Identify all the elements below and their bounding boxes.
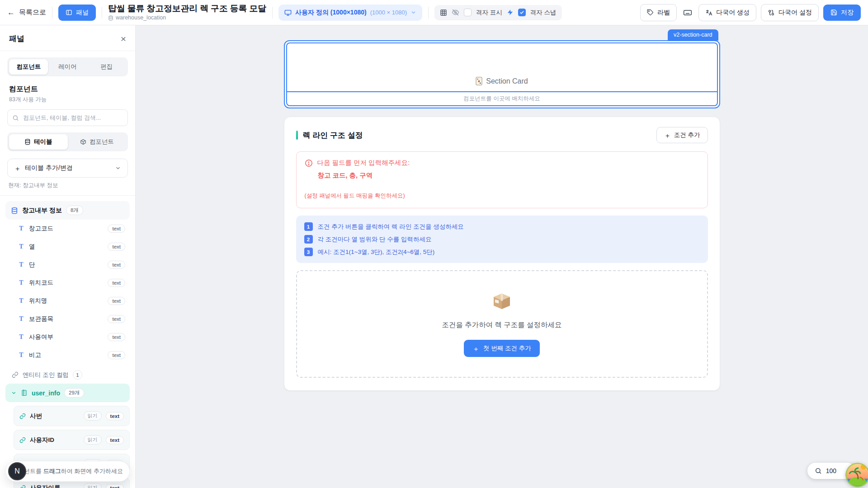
field-type-badge: text (108, 351, 125, 359)
divider (428, 7, 429, 19)
tab-components[interactable]: 컴포넌트 (9, 59, 48, 75)
i18n-settings-button[interactable]: 다국어 설정 (761, 4, 819, 21)
dropzone-hint: 컴포넌트를 이곳에 배치하세요 (463, 95, 540, 102)
grid-show-checkbox[interactable] (464, 9, 472, 16)
empty-conditions-dropzone: 조건을 추가하여 렉 구조를 설정하세요 ＋ 첫 번째 조건 추가 (296, 270, 708, 378)
table-group-name: 창고내부 정보 (22, 206, 62, 215)
toolbar-right: 라벨 다국어 생성 다국어 설정 저장 (640, 4, 861, 21)
field-item[interactable]: T 단 text (5, 256, 130, 274)
step-text: 예시: 조건1(1~3열, 3단), 조건2(4~6열, 5단) (318, 248, 435, 256)
eye-off-icon[interactable] (452, 9, 459, 16)
tab-component-library[interactable]: 컴포넌트 (68, 134, 127, 150)
database-icon (108, 15, 113, 21)
instruction-steps: 1 조건 추가 버튼을 클릭하여 렉 라인 조건을 생성하세요 2 각 조건마다… (296, 216, 708, 263)
empty-state-message: 조건을 추가하여 렉 구조를 설정하세요 (442, 320, 561, 330)
text-type-icon: T (18, 315, 24, 323)
field-item[interactable]: T 사용여부 text (5, 328, 130, 346)
panel-button-label: 패널 (76, 9, 89, 17)
text-type-icon: T (18, 279, 24, 286)
search-input[interactable] (7, 109, 128, 126)
viewport-label: 사용자 정의 (1000×1080) (295, 9, 367, 17)
field-label: 사용여부 (29, 333, 53, 341)
first-condition-button[interactable]: ＋ 첫 번째 조건 추가 (464, 340, 540, 357)
section-card-component[interactable]: Section Card 컴포넌트를 이곳에 배치하세요 (284, 40, 720, 108)
text-type-icon: T (18, 333, 24, 341)
required-fields-warning: 다음 필드를 먼저 입력해주세요: 창고 코드, 층, 구역 (설정 패널에서 … (296, 151, 708, 208)
field-label: 단 (29, 261, 35, 269)
add-condition-button[interactable]: ＋ 조건 추가 (656, 127, 708, 143)
island-avatar[interactable] (845, 463, 868, 487)
tab-layers[interactable]: 레이어 (48, 59, 87, 75)
text-type-icon: T (18, 297, 24, 305)
join-field-label: 사용자ID (30, 436, 54, 444)
tab-edit[interactable]: 편집 (87, 59, 126, 75)
tag-icon (647, 9, 654, 16)
link-icon (19, 413, 26, 419)
keyboard-shortcuts-button[interactable] (681, 6, 694, 19)
warning-field-names: 창고 코드, 층, 구역 (318, 171, 698, 180)
warning-title: 다음 필드를 먼저 입력해주세요: (317, 159, 410, 167)
grid-snap-checkbox[interactable] (518, 9, 526, 16)
panel-header: 패널 × (0, 25, 135, 51)
first-condition-label: 첫 번째 조건 추가 (483, 344, 531, 352)
table-group-count-badge: 8개 (66, 206, 83, 215)
canvas-column: v2-section-card Section Card 컴포넌트를 이곳에 배… (284, 40, 720, 391)
components-heading-block: 컴포넌트 83개 사용 가능 (0, 76, 135, 103)
field-item[interactable]: T 위치명 text (5, 292, 130, 310)
current-table-label: 현재: 창고내부 정보 (8, 182, 127, 189)
back-to-list-button[interactable]: ← 목록으로 (7, 8, 46, 17)
field-item[interactable]: T 창고코드 text (5, 220, 130, 238)
source-tabs: 테이블 컴포넌트 (7, 132, 128, 151)
tab-tables[interactable]: 테이블 (9, 134, 68, 150)
translate-icon (705, 9, 712, 16)
add-table-button[interactable]: ＋ 테이블 추가/변경 (7, 159, 128, 178)
page-title: 탑씰 물류 창고정보관리 렉 구조 등록 모달 (108, 4, 266, 14)
link-icon (19, 485, 26, 488)
link-icon (19, 437, 26, 443)
join-field-type-badge: text (106, 484, 124, 488)
table-group-row[interactable]: 창고내부 정보 8개 (5, 201, 130, 220)
link-icon (12, 371, 19, 378)
design-canvas: v2-section-card Section Card 컴포넌트를 이곳에 배… (136, 25, 868, 488)
step-text: 조건 추가 버튼을 클릭하여 렉 라인 조건을 생성하세요 (318, 223, 464, 231)
app-root: ← 목록으로 패널 탑씰 물류 창고정보관리 렉 구조 등록 모달 wareho… (0, 0, 868, 488)
page-subtitle: warehouse_location (108, 14, 266, 21)
join-section-header[interactable]: 엔티티 조인 컬럼 1 (5, 364, 130, 384)
section-card-body[interactable]: Section Card (287, 43, 717, 91)
field-item[interactable]: T 위치코드 text (5, 274, 130, 292)
avatar[interactable]: N (8, 462, 26, 480)
i18n-generate-button[interactable]: 다국어 생성 (698, 4, 756, 21)
top-toolbar: ← 목록으로 패널 탑씰 물류 창고정보관리 렉 구조 등록 모달 wareho… (0, 0, 868, 25)
rack-structure-card: 렉 라인 구조 설정 ＋ 조건 추가 다음 필드를 먼저 입력해주세요: 창고 … (284, 117, 720, 391)
text-type-icon: T (18, 243, 24, 250)
field-type-badge: text (108, 243, 125, 251)
field-item[interactable]: T 보관품목 text (5, 310, 130, 328)
grid-icon[interactable] (440, 9, 447, 16)
save-button[interactable]: 저장 (823, 5, 861, 21)
panel-toggle-button[interactable]: 패널 (58, 5, 96, 21)
field-type-badge: text (108, 261, 125, 269)
join-field-item[interactable]: 사용자ID 읽기 text (14, 430, 130, 450)
monitor-icon (284, 9, 292, 16)
join-field-item[interactable]: 사번 읽기 text (14, 406, 130, 426)
viewport-selector[interactable]: 사용자 정의 (1000×1080) (1000 × 1080) (278, 5, 422, 21)
available-count: 83개 사용 가능 (9, 96, 126, 103)
field-item[interactable]: T 비고 text (5, 346, 130, 364)
close-icon[interactable]: × (121, 34, 126, 43)
field-list-area: 창고내부 정보 8개 T 창고코드 text T 열 (0, 195, 135, 488)
chevron-down-icon (410, 9, 416, 15)
join-table-row[interactable]: user_info 29개 (5, 384, 130, 402)
label-button[interactable]: 라벨 (640, 4, 677, 21)
warning-title-row: 다음 필드를 먼저 입력해주세요: (305, 159, 698, 167)
readonly-badge: 읽기 (84, 411, 102, 421)
lightning-icon (507, 9, 514, 16)
plus-icon: ＋ (664, 132, 671, 139)
field-label: 위치코드 (29, 279, 53, 287)
back-label: 목록으로 (19, 8, 46, 17)
component-dropzone[interactable]: 컴포넌트를 이곳에 배치하세요 (287, 91, 717, 105)
join-field-type-badge: text (106, 436, 124, 444)
label-button-text: 라벨 (657, 9, 670, 17)
join-section-count-badge: 1 (73, 370, 82, 380)
field-item[interactable]: T 열 text (5, 238, 130, 256)
i18n-generate-text: 다국어 생성 (716, 9, 750, 17)
